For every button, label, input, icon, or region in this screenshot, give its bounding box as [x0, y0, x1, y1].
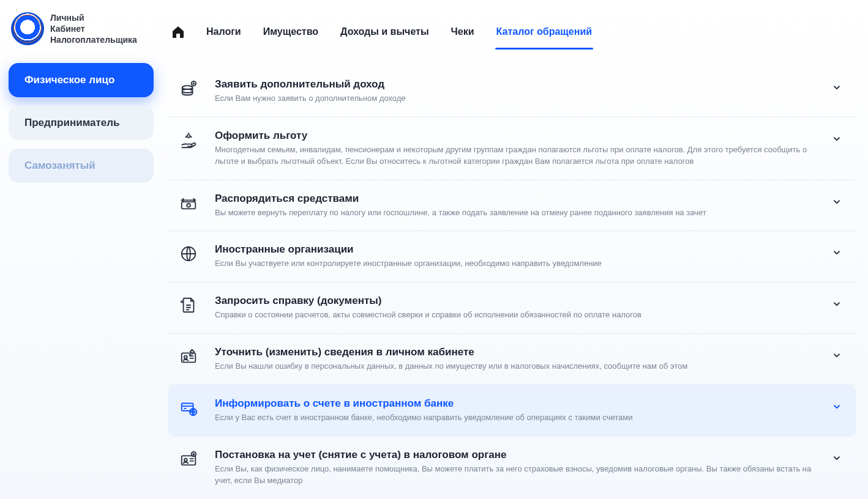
chevron-down-icon — [831, 243, 842, 261]
nav-item-cheques[interactable]: Чеки — [450, 18, 476, 46]
role-btn-entrepreneur[interactable]: Предприниматель — [9, 106, 154, 140]
brand-line3: Налогоплательщика — [50, 34, 137, 45]
row-title: Уточнить (изменить) сведения в личном ка… — [215, 346, 817, 358]
chevron-down-icon — [831, 449, 842, 466]
svg-point-3 — [187, 135, 190, 138]
brand-line1: Личный — [50, 12, 137, 23]
row-benefit[interactable]: Оформить льготу Многодетным семьям, инва… — [168, 117, 856, 180]
bank-globe-icon — [177, 397, 200, 417]
chevron-down-icon — [831, 193, 842, 210]
chevron-down-icon — [831, 295, 842, 312]
role-btn-individual[interactable]: Физическое лицо — [9, 63, 154, 97]
money-transfer-icon — [177, 193, 200, 212]
chevron-down-icon — [831, 78, 842, 95]
row-title: Заявить дополнительный доход — [215, 78, 817, 91]
svg-point-8 — [184, 356, 187, 359]
home-icon[interactable] — [171, 24, 185, 39]
row-desc: Вы можете вернуть переплату по налогу ил… — [215, 207, 817, 219]
row-title: Информировать о счете в иностранном банк… — [215, 397, 817, 410]
row-title: Постановка на учет (снятие с учета) в на… — [215, 449, 817, 461]
row-title: Оформить льготу — [215, 130, 817, 142]
chevron-down-icon — [831, 397, 842, 415]
svg-rect-9 — [182, 403, 193, 410]
svg-point-5 — [187, 203, 190, 207]
nav-item-catalog[interactable]: Каталог обращений — [495, 18, 594, 46]
hand-give-icon — [177, 130, 200, 149]
id-plus-icon — [177, 449, 200, 468]
row-foreign-bank[interactable]: Информировать о счете в иностранном банк… — [168, 385, 856, 437]
chevron-down-icon — [831, 346, 842, 363]
requests-list: Заявить дополнительный доход Если Вам ну… — [168, 66, 856, 498]
row-title: Иностранные организации — [215, 243, 817, 256]
row-registration[interactable]: Постановка на учет (снятие с учета) в на… — [168, 437, 856, 499]
svg-point-12 — [184, 458, 187, 461]
svg-point-1 — [182, 86, 193, 89]
svg-rect-4 — [182, 202, 196, 209]
row-desc: Если Вам нужно заявить о дополнительном … — [215, 93, 817, 105]
coins-plus-icon — [177, 78, 200, 98]
row-desc: Если Вы нашли ошибку в персональных данн… — [215, 361, 817, 372]
row-desc: Многодетным семьям, инвалидам, пенсионер… — [215, 144, 817, 168]
chevron-down-icon — [831, 130, 842, 147]
row-extra-income[interactable]: Заявить дополнительный доход Если Вам ну… — [168, 66, 856, 117]
row-update-info[interactable]: Уточнить (изменить) сведения в личном ка… — [168, 334, 856, 385]
nav-item-property[interactable]: Имущество — [262, 18, 320, 46]
row-desc: Если Вы участвуете или контролируете ино… — [215, 258, 817, 270]
brand-title: Личный Кабинет Налогоплательщика — [50, 12, 137, 46]
row-desc: Справки о состоянии расчетов, акты совме… — [215, 309, 817, 321]
row-title: Запросить справку (документы) — [215, 295, 817, 307]
brand-logo-icon — [11, 12, 44, 45]
main: Налоги Имущество Доходы и вычеты Чеки Ка… — [162, 0, 868, 499]
document-icon — [177, 295, 200, 314]
row-desc: Если Вы, как физическое лицо, нанимаете … — [215, 464, 817, 487]
row-funds[interactable]: Распорядиться средствами Вы можете верну… — [168, 180, 856, 232]
nav-item-taxes[interactable]: Налоги — [205, 18, 242, 46]
id-edit-icon — [177, 346, 200, 366]
brand: Личный Кабинет Налогоплательщика — [9, 12, 154, 46]
row-request-doc[interactable]: Запросить справку (документы) Справки о … — [168, 283, 856, 334]
top-nav: Налоги Имущество Доходы и вычеты Чеки Ка… — [168, 11, 856, 50]
globe-icon — [177, 243, 200, 263]
row-foreign-orgs[interactable]: Иностранные организации Если Вы участвуе… — [168, 231, 856, 283]
row-desc: Если у Вас есть счет в иностранном банке… — [215, 412, 817, 424]
nav-item-income[interactable]: Доходы и вычеты — [339, 18, 430, 46]
brand-line2: Кабинет — [50, 23, 137, 34]
row-title: Распорядиться средствами — [215, 193, 817, 205]
sidebar: Личный Кабинет Налогоплательщика Физичес… — [0, 0, 162, 499]
role-btn-selfemployed[interactable]: Самозанятый — [9, 149, 154, 183]
